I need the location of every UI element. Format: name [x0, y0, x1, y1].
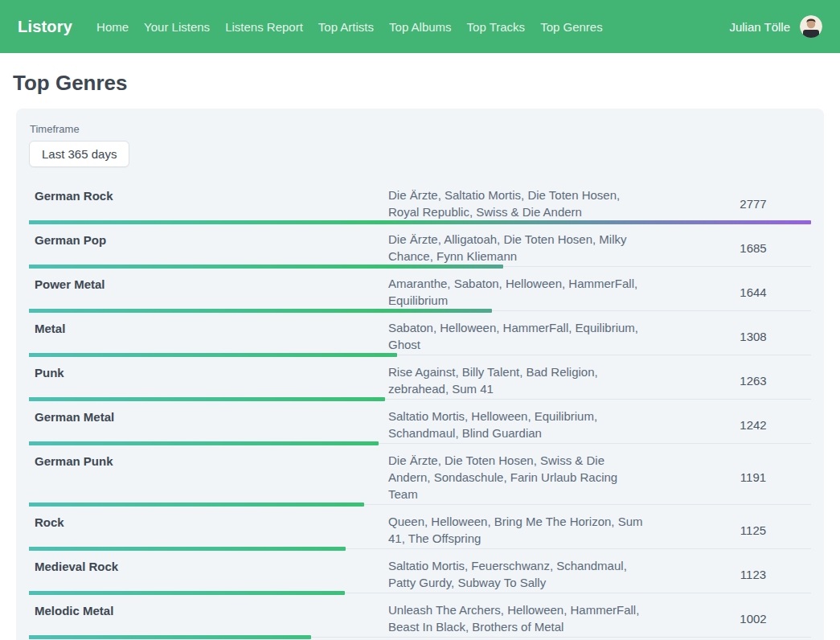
genre-row: Medieval Rock Saltatio Mortis, Feuerschw… — [29, 549, 811, 593]
genres-table: German Rock Die Ärzte, Saltatio Mortis, … — [29, 178, 811, 640]
genre-row: German Punk Die Ärzte, Die Toten Hosen, … — [29, 444, 811, 505]
genre-artists: Queen, Helloween, Bring Me The Horizon, … — [388, 513, 644, 547]
genre-artists: Amaranthe, Sabaton, Helloween, HammerFal… — [388, 275, 644, 309]
genre-count: 2777 — [644, 197, 811, 211]
genre-count: 1685 — [644, 241, 811, 255]
timeframe-label: Timeframe — [30, 123, 811, 135]
genre-name: Rock — [29, 513, 388, 531]
user-name: Julian Tölle — [729, 20, 790, 34]
genre-count: 1125 — [644, 523, 811, 537]
genre-count: 1644 — [644, 285, 811, 299]
genre-count: 1308 — [644, 330, 811, 343]
genre-name: German Punk — [29, 452, 388, 470]
genre-row: German Metal Saltatio Mortis, Helloween,… — [29, 400, 811, 444]
genre-artists: Die Ärzte, Saltatio Mortis, Die Toten Ho… — [388, 187, 644, 220]
genre-count: 1191 — [644, 470, 811, 484]
genre-name: Melodic Metal — [29, 601, 388, 619]
nav-item-top-genres[interactable]: Top Genres — [540, 20, 603, 34]
nav-item-top-albums[interactable]: Top Albums — [389, 20, 452, 34]
page-title: Top Genres — [13, 71, 827, 96]
avatar-photo-icon — [800, 15, 822, 38]
genre-artists: Rise Against, Billy Talent, Bad Religion… — [388, 363, 644, 397]
genre-artists: Die Ärzte, Die Toten Hosen, Swiss & Die … — [388, 452, 644, 503]
genre-name: Medieval Rock — [29, 557, 388, 575]
genre-artists: Saltatio Mortis, Feuerschwanz, Schandmau… — [388, 557, 644, 591]
nav-item-top-tracks[interactable]: Top Tracks — [467, 20, 526, 34]
app-logo[interactable]: Listory — [18, 18, 72, 36]
genre-artists: Unleash The Archers, Helloween, HammerFa… — [388, 601, 644, 635]
genre-name: Metal — [29, 319, 388, 337]
genre-row: Punk Rise Against, Billy Talent, Bad Rel… — [29, 355, 811, 400]
genre-count: 1002 — [644, 612, 811, 626]
user-avatar[interactable] — [800, 15, 822, 38]
genre-artists: Die Ärzte, Alligatoah, Die Toten Hosen, … — [388, 231, 644, 265]
main-content: Top Genres Timeframe Last 365 days Germa… — [0, 53, 840, 640]
timeframe-select-button[interactable]: Last 365 days — [29, 141, 129, 167]
genre-artists: Sabaton, Helloween, HammerFall, Equilibr… — [388, 319, 644, 353]
genre-row: Power Metal Amaranthe, Sabaton, Hellowee… — [29, 267, 811, 311]
nav-links: Home Your Listens Listens Report Top Art… — [96, 20, 729, 34]
genre-row: German Rock Die Ärzte, Saltatio Mortis, … — [29, 178, 811, 223]
genre-artists: Saltatio Mortis, Helloween, Equilibrium,… — [388, 408, 644, 441]
genre-name: German Metal — [29, 408, 388, 425]
genre-row: Melodic Metal Unleash The Archers, Hello… — [29, 593, 811, 638]
genre-row: German Pop Die Ärzte, Alligatoah, Die To… — [29, 223, 811, 267]
genre-row: Metal Sabaton, Helloween, HammerFall, Eq… — [29, 311, 811, 355]
nav-item-top-artists[interactable]: Top Artists — [318, 20, 374, 34]
genre-name: German Rock — [29, 187, 388, 204]
nav-item-listens-report[interactable]: Listens Report — [225, 20, 303, 34]
genre-row: Rock Queen, Helloween, Bring Me The Hori… — [29, 505, 811, 549]
genre-name: Power Metal — [29, 275, 388, 293]
user-menu[interactable]: Julian Tölle — [729, 15, 822, 38]
genre-name: Punk — [29, 363, 388, 381]
nav-item-your-listens[interactable]: Your Listens — [144, 20, 210, 34]
genre-count: 1123 — [644, 568, 811, 581]
genres-card: Timeframe Last 365 days German Rock Die … — [16, 109, 824, 640]
genre-count: 1263 — [644, 374, 811, 388]
nav-item-home[interactable]: Home — [96, 20, 129, 34]
genre-count: 1242 — [644, 418, 811, 432]
top-navbar: Listory Home Your Listens Listens Report… — [0, 0, 840, 53]
genre-name: German Pop — [29, 231, 388, 248]
